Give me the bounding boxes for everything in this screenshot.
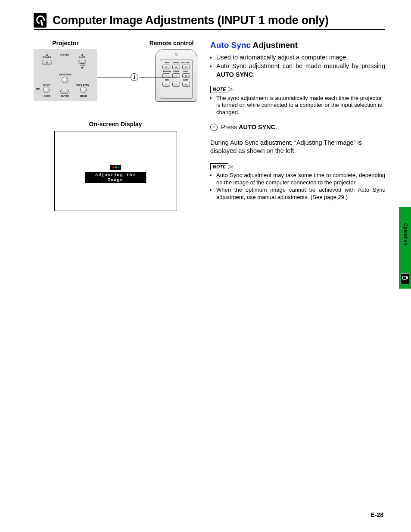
side-tab: Operation: [399, 207, 411, 289]
callout-number: 1: [131, 73, 138, 81]
remote-lbl-avmute: AV MUTE: [171, 62, 181, 64]
osd-screen: Adjusting The Image: [54, 131, 177, 211]
remote-control: INPUT AV MUTE AUTO SYNC ⊟⊠⊡ KEYSTONE VOL…: [155, 49, 197, 102]
osd-rgb-icon: [110, 165, 121, 170]
section-heading: Auto Sync Adjustment: [210, 40, 385, 51]
pp-temp-label: TEMP.: [77, 65, 88, 67]
osd-label: On-screen Display: [34, 121, 197, 128]
osd-message: Adjusting The Image: [85, 172, 146, 183]
remote-lbl-menu: MENU: [162, 79, 171, 81]
pp-onoff-label: ON/OFF: [60, 54, 69, 56]
note-tag-1: NOTE: [210, 86, 228, 93]
pp-input-label: INPUT: [43, 84, 50, 86]
pp-menu-label: MENU: [80, 95, 87, 97]
pp-autosync-label: AUTO SYNC: [76, 84, 89, 86]
projector-block: Projector POWER ON/OFF: [34, 40, 97, 102]
projector-label: Projector: [34, 40, 97, 47]
body-paragraph: During Auto Sync adjustment, “Adjusting …: [210, 139, 385, 156]
step-bold: AUTO SYNC: [239, 124, 275, 131]
remote-lbl-gamma: GAMMA: [181, 79, 190, 81]
page-title-row: Computer Image Adjustments (INPUT 1 mode…: [34, 13, 385, 30]
intro-bullets: Used to automatically adjust a computer …: [210, 53, 385, 79]
pp-enter-label: ENTER: [61, 95, 69, 97]
step-post: .: [275, 124, 277, 131]
callout-line: [97, 78, 131, 78]
remote-lbl-volume: VOLUME: [171, 71, 181, 72]
page-title: Computer Image Adjustments (INPUT 1 mode…: [53, 14, 329, 27]
side-tab-icon: [401, 273, 409, 284]
step-pre: Press: [221, 124, 239, 131]
side-tab-label: Operation: [403, 223, 408, 246]
projector-panel: POWER ON/OFF LAMP TEMP.: [34, 49, 97, 101]
note2-bullet-1: Auto Sync adjustment may take some time …: [216, 172, 385, 187]
section-icon: [34, 13, 47, 28]
intro-bullet-2: Auto Sync adjustment can be made manuall…: [216, 62, 385, 79]
remote-lbl-resize: RESIZE: [181, 71, 190, 72]
note-list-1: The sync adjustment is automatically mad…: [210, 95, 385, 117]
remote-lbl-autosync: AUTO SYNC: [181, 62, 190, 64]
remote-lbl-input: INPUT: [162, 62, 171, 64]
remote-block: Remote control INPUT AV MUTE AUTO SYNC: [146, 40, 197, 102]
step-line: 1 Press AUTO SYNC.: [210, 123, 385, 132]
page-number: E-28: [371, 511, 383, 518]
heading-blue: Auto Sync: [210, 40, 251, 50]
note2-bullet-2: When the optimum image cannot be achieve…: [216, 187, 385, 201]
pp-power-label: POWER: [43, 56, 52, 59]
note1-bullet-1: The sync adjustment is automatically mad…: [216, 95, 385, 117]
pp-back-label: BACK: [44, 95, 50, 97]
step-number: 1: [210, 124, 218, 131]
callout-line-2: [139, 78, 177, 78]
remote-label: Remote control: [146, 40, 197, 47]
intro-bullet-1: Used to automatically adjust a computer …: [216, 53, 385, 62]
note-list-2: Auto Sync adjustment may take some time …: [210, 172, 385, 201]
pp-lamp-label: LAMP: [79, 56, 86, 59]
remote-lbl-keystone: KEYSTONE: [162, 71, 171, 72]
heading-rest: Adjustment: [251, 40, 298, 50]
note-tag-2: NOTE: [210, 163, 228, 170]
pp-keystone-label: KEYSTONE: [59, 73, 72, 76]
